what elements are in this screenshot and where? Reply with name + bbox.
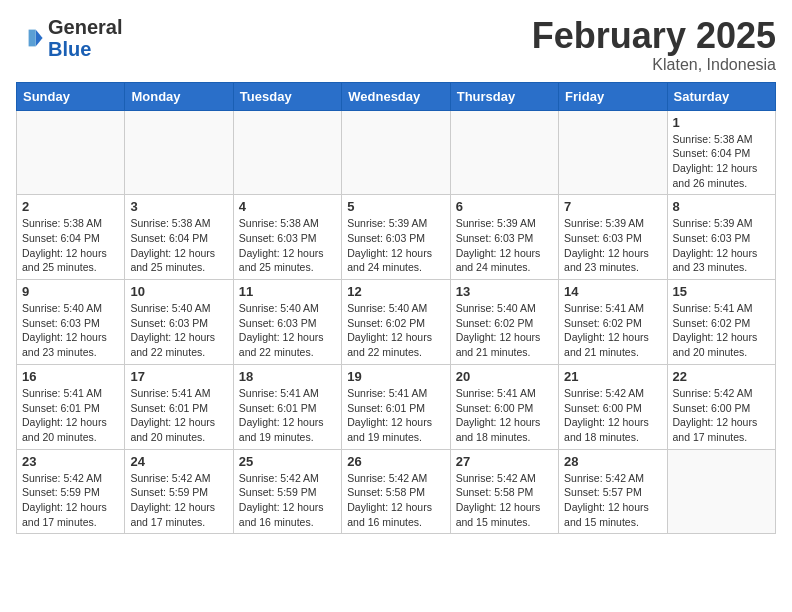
header-sunday: Sunday: [17, 82, 125, 110]
day-number: 25: [239, 454, 336, 469]
day-info: Sunrise: 5:41 AM Sunset: 6:01 PM Dayligh…: [347, 386, 444, 445]
calendar-cell: 19Sunrise: 5:41 AM Sunset: 6:01 PM Dayli…: [342, 364, 450, 449]
day-info: Sunrise: 5:40 AM Sunset: 6:03 PM Dayligh…: [239, 301, 336, 360]
day-info: Sunrise: 5:41 AM Sunset: 6:01 PM Dayligh…: [130, 386, 227, 445]
week-row-5: 23Sunrise: 5:42 AM Sunset: 5:59 PM Dayli…: [17, 449, 776, 534]
calendar-cell: 27Sunrise: 5:42 AM Sunset: 5:58 PM Dayli…: [450, 449, 558, 534]
calendar-cell: 21Sunrise: 5:42 AM Sunset: 6:00 PM Dayli…: [559, 364, 667, 449]
header-friday: Friday: [559, 82, 667, 110]
calendar-cell: 25Sunrise: 5:42 AM Sunset: 5:59 PM Dayli…: [233, 449, 341, 534]
day-number: 16: [22, 369, 119, 384]
day-info: Sunrise: 5:39 AM Sunset: 6:03 PM Dayligh…: [456, 216, 553, 275]
day-info: Sunrise: 5:42 AM Sunset: 6:00 PM Dayligh…: [564, 386, 661, 445]
week-row-4: 16Sunrise: 5:41 AM Sunset: 6:01 PM Dayli…: [17, 364, 776, 449]
day-info: Sunrise: 5:42 AM Sunset: 5:57 PM Dayligh…: [564, 471, 661, 530]
day-number: 27: [456, 454, 553, 469]
day-number: 13: [456, 284, 553, 299]
calendar-cell: 26Sunrise: 5:42 AM Sunset: 5:58 PM Dayli…: [342, 449, 450, 534]
week-row-2: 2Sunrise: 5:38 AM Sunset: 6:04 PM Daylig…: [17, 195, 776, 280]
day-number: 20: [456, 369, 553, 384]
logo-general: General: [48, 16, 122, 38]
day-info: Sunrise: 5:41 AM Sunset: 6:02 PM Dayligh…: [564, 301, 661, 360]
day-info: Sunrise: 5:38 AM Sunset: 6:03 PM Dayligh…: [239, 216, 336, 275]
logo-blue: Blue: [48, 38, 91, 60]
day-info: Sunrise: 5:41 AM Sunset: 6:01 PM Dayligh…: [22, 386, 119, 445]
calendar-cell: 10Sunrise: 5:40 AM Sunset: 6:03 PM Dayli…: [125, 280, 233, 365]
day-number: 5: [347, 199, 444, 214]
week-row-3: 9Sunrise: 5:40 AM Sunset: 6:03 PM Daylig…: [17, 280, 776, 365]
header-saturday: Saturday: [667, 82, 775, 110]
day-info: Sunrise: 5:40 AM Sunset: 6:02 PM Dayligh…: [347, 301, 444, 360]
calendar-cell: 9Sunrise: 5:40 AM Sunset: 6:03 PM Daylig…: [17, 280, 125, 365]
svg-marker-0: [36, 30, 43, 47]
calendar-cell: 6Sunrise: 5:39 AM Sunset: 6:03 PM Daylig…: [450, 195, 558, 280]
day-number: 12: [347, 284, 444, 299]
day-number: 4: [239, 199, 336, 214]
day-info: Sunrise: 5:41 AM Sunset: 6:00 PM Dayligh…: [456, 386, 553, 445]
day-number: 24: [130, 454, 227, 469]
day-info: Sunrise: 5:40 AM Sunset: 6:02 PM Dayligh…: [456, 301, 553, 360]
day-number: 21: [564, 369, 661, 384]
day-number: 26: [347, 454, 444, 469]
calendar-cell: 28Sunrise: 5:42 AM Sunset: 5:57 PM Dayli…: [559, 449, 667, 534]
day-number: 19: [347, 369, 444, 384]
calendar-cell: 4Sunrise: 5:38 AM Sunset: 6:03 PM Daylig…: [233, 195, 341, 280]
calendar-cell: 17Sunrise: 5:41 AM Sunset: 6:01 PM Dayli…: [125, 364, 233, 449]
day-info: Sunrise: 5:40 AM Sunset: 6:03 PM Dayligh…: [22, 301, 119, 360]
day-number: 2: [22, 199, 119, 214]
weekday-header-row: Sunday Monday Tuesday Wednesday Thursday…: [17, 82, 776, 110]
calendar-cell: 7Sunrise: 5:39 AM Sunset: 6:03 PM Daylig…: [559, 195, 667, 280]
day-number: 14: [564, 284, 661, 299]
week-row-1: 1Sunrise: 5:38 AM Sunset: 6:04 PM Daylig…: [17, 110, 776, 195]
day-number: 7: [564, 199, 661, 214]
month-title: February 2025: [532, 16, 776, 56]
location: Klaten, Indonesia: [532, 56, 776, 74]
day-info: Sunrise: 5:39 AM Sunset: 6:03 PM Dayligh…: [673, 216, 770, 275]
calendar-cell: 15Sunrise: 5:41 AM Sunset: 6:02 PM Dayli…: [667, 280, 775, 365]
calendar-cell: [559, 110, 667, 195]
calendar-cell: 1Sunrise: 5:38 AM Sunset: 6:04 PM Daylig…: [667, 110, 775, 195]
calendar-cell: 8Sunrise: 5:39 AM Sunset: 6:03 PM Daylig…: [667, 195, 775, 280]
calendar-cell: 11Sunrise: 5:40 AM Sunset: 6:03 PM Dayli…: [233, 280, 341, 365]
day-info: Sunrise: 5:41 AM Sunset: 6:02 PM Dayligh…: [673, 301, 770, 360]
day-info: Sunrise: 5:38 AM Sunset: 6:04 PM Dayligh…: [130, 216, 227, 275]
logo-text: General Blue: [48, 16, 122, 60]
day-number: 17: [130, 369, 227, 384]
calendar-cell: [125, 110, 233, 195]
calendar-cell: 16Sunrise: 5:41 AM Sunset: 6:01 PM Dayli…: [17, 364, 125, 449]
day-number: 18: [239, 369, 336, 384]
day-info: Sunrise: 5:41 AM Sunset: 6:01 PM Dayligh…: [239, 386, 336, 445]
calendar-cell: 12Sunrise: 5:40 AM Sunset: 6:02 PM Dayli…: [342, 280, 450, 365]
day-number: 23: [22, 454, 119, 469]
day-number: 15: [673, 284, 770, 299]
header-wednesday: Wednesday: [342, 82, 450, 110]
calendar-cell: [233, 110, 341, 195]
logo: General Blue: [16, 16, 122, 60]
calendar-cell: [342, 110, 450, 195]
svg-marker-1: [29, 30, 36, 47]
calendar-cell: [667, 449, 775, 534]
day-number: 8: [673, 199, 770, 214]
calendar-cell: 24Sunrise: 5:42 AM Sunset: 5:59 PM Dayli…: [125, 449, 233, 534]
day-info: Sunrise: 5:42 AM Sunset: 5:59 PM Dayligh…: [22, 471, 119, 530]
day-info: Sunrise: 5:42 AM Sunset: 5:59 PM Dayligh…: [130, 471, 227, 530]
calendar-cell: 3Sunrise: 5:38 AM Sunset: 6:04 PM Daylig…: [125, 195, 233, 280]
day-number: 1: [673, 115, 770, 130]
calendar-cell: 14Sunrise: 5:41 AM Sunset: 6:02 PM Dayli…: [559, 280, 667, 365]
title-block: February 2025 Klaten, Indonesia: [532, 16, 776, 74]
header-thursday: Thursday: [450, 82, 558, 110]
logo-icon: [16, 24, 44, 52]
header-tuesday: Tuesday: [233, 82, 341, 110]
day-info: Sunrise: 5:38 AM Sunset: 6:04 PM Dayligh…: [22, 216, 119, 275]
calendar-cell: 20Sunrise: 5:41 AM Sunset: 6:00 PM Dayli…: [450, 364, 558, 449]
calendar-table: Sunday Monday Tuesday Wednesday Thursday…: [16, 82, 776, 535]
day-number: 6: [456, 199, 553, 214]
day-info: Sunrise: 5:42 AM Sunset: 5:59 PM Dayligh…: [239, 471, 336, 530]
calendar-cell: 13Sunrise: 5:40 AM Sunset: 6:02 PM Dayli…: [450, 280, 558, 365]
day-info: Sunrise: 5:42 AM Sunset: 5:58 PM Dayligh…: [456, 471, 553, 530]
header-monday: Monday: [125, 82, 233, 110]
day-number: 10: [130, 284, 227, 299]
calendar-cell: [450, 110, 558, 195]
day-info: Sunrise: 5:42 AM Sunset: 6:00 PM Dayligh…: [673, 386, 770, 445]
day-info: Sunrise: 5:42 AM Sunset: 5:58 PM Dayligh…: [347, 471, 444, 530]
